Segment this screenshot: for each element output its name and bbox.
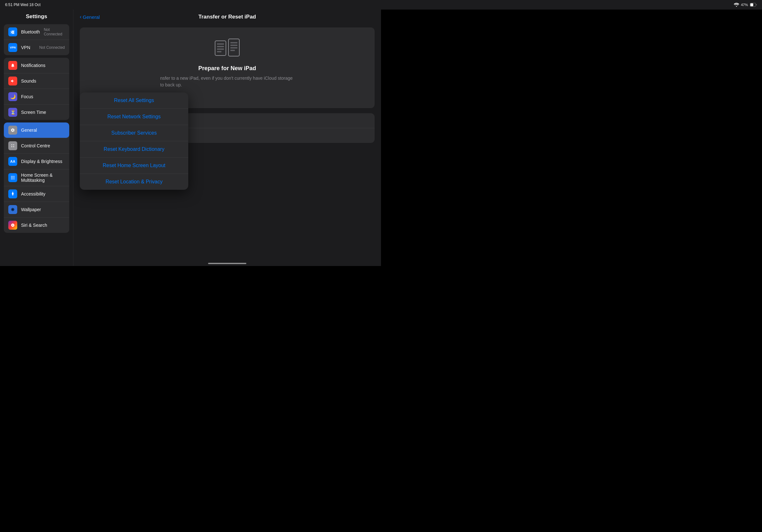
svg-rect-14 bbox=[11, 179, 12, 179]
accessibility-icon bbox=[8, 189, 17, 198]
homescreen-label: Home Screen & Multitasking bbox=[21, 172, 65, 183]
svg-rect-24 bbox=[230, 42, 237, 43]
screentime-label: Screen Time bbox=[21, 110, 46, 115]
dropdown-reset-all-label: Reset All Settings bbox=[114, 98, 154, 103]
sidebar-item-wallpaper[interactable]: ❋ Wallpaper bbox=[4, 202, 69, 218]
svg-point-4 bbox=[12, 145, 12, 146]
svg-rect-25 bbox=[230, 45, 237, 46]
sidebar-item-focus[interactable]: 🌙 Focus bbox=[4, 89, 69, 104]
bluetooth-icon bbox=[8, 28, 17, 36]
general-label: General bbox=[21, 128, 37, 133]
svg-rect-13 bbox=[14, 177, 14, 178]
controlcentre-label: Control Centre bbox=[21, 143, 50, 148]
sounds-icon bbox=[8, 77, 17, 86]
device-transfer-icon bbox=[214, 36, 240, 60]
notifications-label: Notifications bbox=[21, 63, 45, 68]
reset-dropdown: Reset All Settings Reset Network Setting… bbox=[80, 93, 188, 190]
sidebar-item-siri[interactable]: Siri & Search bbox=[4, 218, 69, 233]
svg-rect-26 bbox=[230, 47, 237, 48]
vpn-value: Not Connected bbox=[39, 45, 65, 50]
svg-rect-22 bbox=[217, 51, 221, 52]
transfer-description: nsfer to a new iPad, even if you don't c… bbox=[160, 75, 294, 88]
notifications-icon bbox=[8, 61, 17, 70]
status-time: 6:51 PM Wed 18 Oct bbox=[5, 3, 40, 7]
sidebar-section-general: General Control Centre AA Display & Brig… bbox=[4, 122, 69, 233]
display-icon: AA bbox=[8, 157, 17, 166]
svg-rect-19 bbox=[217, 43, 224, 45]
dropdown-reset-network[interactable]: Reset Network Settings bbox=[80, 109, 188, 125]
sidebar-item-vpn[interactable]: VPN VPN Not Connected bbox=[4, 40, 69, 55]
sidebar-item-homescreen[interactable]: Home Screen & Multitasking bbox=[4, 169, 69, 186]
bluetooth-value: Not Connected bbox=[44, 28, 65, 36]
screentime-icon: ⏳ bbox=[8, 108, 17, 117]
svg-rect-20 bbox=[217, 46, 224, 47]
sidebar-item-sounds[interactable]: Sounds bbox=[4, 73, 69, 89]
svg-rect-11 bbox=[11, 177, 12, 178]
main-content: ‹ General Transfer or Reset iPad bbox=[73, 0, 381, 266]
bluetooth-label: Bluetooth bbox=[21, 29, 40, 34]
svg-rect-21 bbox=[217, 48, 224, 50]
dropdown-reset-keyboard-label: Reset Keyboard Dictionary bbox=[104, 146, 164, 152]
svg-point-17 bbox=[12, 192, 13, 193]
sidebar-section-alerts: Notifications Sounds 🌙 Focus ⏳ Screen Ti… bbox=[4, 58, 69, 120]
dropdown-reset-location[interactable]: Reset Location & Privacy bbox=[80, 174, 188, 190]
svg-rect-27 bbox=[230, 50, 235, 51]
sidebar-item-notifications[interactable]: Notifications bbox=[4, 58, 69, 73]
sidebar-item-bluetooth[interactable]: Bluetooth Not Connected bbox=[4, 24, 69, 40]
controlcentre-icon bbox=[8, 141, 17, 150]
homescreen-icon bbox=[8, 173, 17, 182]
focus-label: Focus bbox=[21, 94, 33, 99]
dropdown-reset-all[interactable]: Reset All Settings bbox=[80, 93, 188, 109]
dropdown-subscriber-label: Subscriber Services bbox=[112, 130, 157, 136]
svg-rect-16 bbox=[14, 179, 14, 179]
main-header: ‹ General Transfer or Reset iPad bbox=[73, 10, 381, 24]
sounds-label: Sounds bbox=[21, 79, 36, 84]
general-icon bbox=[8, 126, 17, 135]
siri-label: Siri & Search bbox=[21, 223, 47, 228]
sidebar-item-accessibility[interactable]: Accessibility bbox=[4, 186, 69, 202]
sidebar-item-screentime[interactable]: ⏳ Screen Time bbox=[4, 104, 69, 120]
vpn-label: VPN bbox=[21, 45, 30, 50]
svg-point-7 bbox=[13, 146, 14, 147]
wallpaper-label: Wallpaper bbox=[21, 207, 41, 212]
dropdown-reset-location-label: Reset Location & Privacy bbox=[106, 179, 163, 184]
dropdown-reset-home-label: Reset Home Screen Layout bbox=[103, 163, 166, 168]
svg-rect-12 bbox=[12, 177, 13, 178]
dropdown-reset-network-label: Reset Network Settings bbox=[107, 114, 161, 119]
svg-rect-8 bbox=[11, 176, 12, 177]
dropdown-subscriber[interactable]: Subscriber Services bbox=[80, 125, 188, 141]
sidebar-item-display[interactable]: AA Display & Brightness bbox=[4, 154, 69, 169]
svg-rect-18 bbox=[215, 41, 226, 55]
vpn-icon: VPN bbox=[8, 43, 17, 52]
status-bar: 6:51 PM Wed 18 Oct 47% bbox=[0, 0, 381, 10]
sidebar-section-connectivity: Bluetooth Not Connected VPN VPN Not Conn… bbox=[4, 24, 69, 55]
svg-rect-9 bbox=[12, 176, 13, 177]
svg-rect-15 bbox=[12, 179, 13, 179]
dropdown-reset-keyboard[interactable]: Reset Keyboard Dictionary bbox=[80, 141, 188, 158]
sidebar-item-controlcentre[interactable]: Control Centre bbox=[4, 138, 69, 154]
back-button[interactable]: ‹ General bbox=[80, 14, 100, 20]
back-chevron-icon: ‹ bbox=[80, 14, 81, 20]
sidebar: Settings Bluetooth Not Connected VPN VPN… bbox=[0, 0, 73, 266]
sidebar-title: Settings bbox=[0, 10, 73, 23]
back-label: General bbox=[83, 14, 100, 20]
svg-point-6 bbox=[12, 146, 12, 147]
page-title: Transfer or Reset iPad bbox=[198, 14, 256, 20]
display-label: Display & Brightness bbox=[21, 159, 62, 164]
svg-rect-10 bbox=[14, 176, 14, 177]
dropdown-reset-home[interactable]: Reset Home Screen Layout bbox=[80, 158, 188, 174]
accessibility-label: Accessibility bbox=[21, 191, 45, 196]
focus-icon: 🌙 bbox=[8, 92, 17, 101]
wallpaper-icon: ❋ bbox=[8, 205, 17, 214]
sidebar-item-general[interactable]: General bbox=[4, 122, 69, 138]
siri-icon bbox=[8, 221, 17, 230]
transfer-title: Prepare for New iPad bbox=[198, 65, 256, 72]
svg-point-5 bbox=[13, 145, 14, 146]
home-bar bbox=[208, 263, 246, 264]
